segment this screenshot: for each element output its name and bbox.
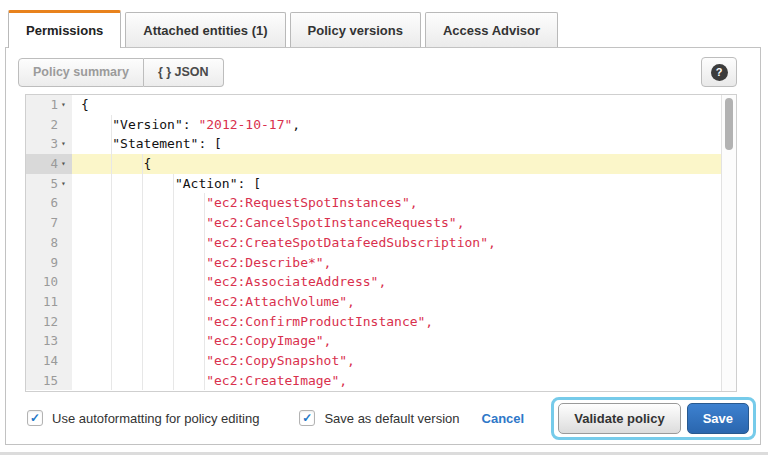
code-line-text: "ec2:CancelSpotInstanceRequests", (72, 213, 736, 233)
code-line-text: "ec2:AssociateAddress", (72, 272, 736, 292)
line-number[interactable]: 8 (26, 233, 72, 253)
fold-arrow-icon[interactable]: ▾ (58, 95, 69, 115)
fold-arrow-icon[interactable]: ▾ (58, 134, 69, 154)
code-line[interactable]: 3▾"Statement": [ (26, 134, 736, 154)
fold-arrow-icon[interactable]: ▾ (58, 174, 69, 194)
code-line[interactable]: 15"ec2:CreateImage", (26, 371, 736, 391)
code-line-text: "Statement": [ (72, 134, 736, 154)
code-line-text: "ec2:AttachVolume", (72, 292, 736, 312)
fold-arrow-icon[interactable]: ▾ (58, 154, 69, 174)
page-divider (0, 452, 768, 455)
line-number[interactable]: 11 (26, 292, 72, 312)
code-line[interactable]: 13"ec2:CopyImage", (26, 331, 736, 351)
checkbox-checked-icon[interactable]: ✓ (27, 410, 43, 426)
code-line[interactable]: 14"ec2:CopySnapshot", (26, 351, 736, 371)
line-number[interactable]: 2 (26, 115, 72, 135)
policy-code-editor[interactable]: 1▾{2"Version": "2012-10-17",3▾"Statement… (25, 94, 737, 392)
code-line-text: "ec2:CreateSpotDatafeedSubscription", (72, 233, 736, 253)
line-number[interactable]: 5▾ (26, 174, 72, 194)
default-version-label: Save as default version (324, 411, 459, 426)
code-line-text: { (72, 154, 736, 174)
code-line[interactable]: 5▾"Action": [ (26, 174, 736, 194)
tab-permissions[interactable]: Permissions (8, 10, 121, 48)
code-line-text: "ec2:Describe*", (72, 253, 736, 273)
code-line-text: "Version": "2012-10-17", (72, 115, 736, 135)
line-number[interactable]: 3▾ (26, 134, 72, 154)
code-line[interactable]: 10"ec2:AssociateAddress", (26, 272, 736, 292)
code-line[interactable]: 9"ec2:Describe*", (26, 253, 736, 273)
code-lines: 1▾{2"Version": "2012-10-17",3▾"Statement… (26, 95, 736, 390)
line-number[interactable]: 12 (26, 312, 72, 332)
line-number[interactable]: 1▾ (26, 95, 72, 115)
line-number[interactable]: 10 (26, 272, 72, 292)
action-buttons-focus-group: Validate policy Save (551, 397, 756, 440)
code-line[interactable]: 6"ec2:RequestSpotInstances", (26, 193, 736, 213)
code-line[interactable]: 1▾{ (26, 95, 736, 115)
code-line-text: "ec2:CopySnapshot", (72, 351, 736, 371)
checkbox-checked-icon[interactable]: ✓ (299, 410, 315, 426)
tab-policy-versions[interactable]: Policy versions (290, 12, 421, 47)
code-line[interactable]: 7"ec2:CancelSpotInstanceRequests", (26, 213, 736, 233)
code-line-text: "ec2:ConfirmProductInstance", (72, 312, 736, 332)
editor-footer: ✓ Use autoformatting for policy editing … (6, 392, 760, 444)
question-mark-icon: ? (711, 64, 728, 81)
code-line[interactable]: 12"ec2:ConfirmProductInstance", (26, 312, 736, 332)
code-line[interactable]: 4▾{ (26, 154, 736, 174)
tab-attached-entities-1[interactable]: Attached entities (1) (125, 12, 285, 47)
policy-editor-page: PermissionsAttached entities (1)Policy v… (0, 0, 768, 460)
line-number[interactable]: 6 (26, 193, 72, 213)
policy-panel: Policy summary { } JSON ? 1▾{2"Version":… (5, 47, 761, 445)
cancel-link[interactable]: Cancel (482, 411, 525, 426)
default-version-checkbox-row[interactable]: ✓ Save as default version (299, 410, 459, 426)
code-line-text: "ec2:RequestSpotInstances", (72, 193, 736, 213)
line-number[interactable]: 15 (26, 371, 72, 391)
autoformat-label: Use autoformatting for policy editing (52, 411, 259, 426)
autoformat-checkbox-row[interactable]: ✓ Use autoformatting for policy editing (27, 410, 259, 426)
editor-scrollbar[interactable] (721, 95, 736, 391)
code-line-text: "Action": [ (72, 174, 736, 194)
view-toggle-group: Policy summary { } JSON (18, 58, 224, 87)
line-number[interactable]: 7 (26, 213, 72, 233)
policy-summary-button[interactable]: Policy summary (18, 58, 144, 87)
code-line[interactable]: 8"ec2:CreateSpotDatafeedSubscription", (26, 233, 736, 253)
line-number[interactable]: 9 (26, 253, 72, 273)
code-line[interactable]: 11"ec2:AttachVolume", (26, 292, 736, 312)
editor-toolbar: Policy summary { } JSON ? (6, 48, 760, 94)
validate-policy-button[interactable]: Validate policy (558, 403, 680, 434)
code-line-text: "ec2:CreateImage", (72, 371, 736, 391)
line-number[interactable]: 13 (26, 331, 72, 351)
tab-bar: PermissionsAttached entities (1)Policy v… (8, 10, 558, 48)
scrollbar-thumb[interactable] (725, 98, 733, 150)
code-line-text: "ec2:CopyImage", (72, 331, 736, 351)
save-button[interactable]: Save (687, 403, 749, 434)
line-number[interactable]: 4▾ (26, 154, 72, 174)
tab-access-advisor[interactable]: Access Advisor (425, 12, 558, 47)
code-line-text: { (72, 95, 736, 115)
code-line[interactable]: 2"Version": "2012-10-17", (26, 115, 736, 135)
line-number[interactable]: 14 (26, 351, 72, 371)
json-view-button[interactable]: { } JSON (144, 58, 224, 87)
help-button[interactable]: ? (701, 57, 737, 87)
